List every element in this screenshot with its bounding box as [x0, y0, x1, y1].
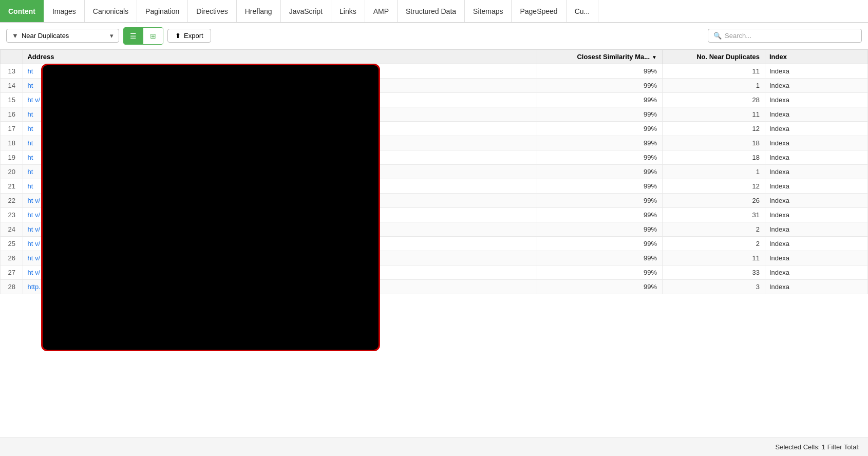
- cell-duplicates: 12: [662, 179, 765, 194]
- filter-dropdown[interactable]: ▼ Near Duplicates ▾: [6, 29, 119, 43]
- cell-rownum: 14: [1, 79, 23, 93]
- cell-index: Indexa: [765, 208, 867, 222]
- cell-index: Indexa: [765, 194, 867, 208]
- cell-similarity: 99%: [537, 237, 662, 251]
- cell-index: Indexa: [765, 150, 867, 165]
- cell-index: Indexa: [765, 136, 867, 150]
- col-header-rownum: [1, 50, 23, 64]
- cell-duplicates: 11: [662, 64, 765, 79]
- tree-view-button[interactable]: ⊞: [143, 28, 163, 44]
- cell-rownum: 19: [1, 150, 23, 165]
- cell-similarity: 99%: [537, 136, 662, 150]
- cell-rownum: 28: [1, 280, 23, 294]
- cell-index: Indexa: [765, 280, 867, 294]
- black-overlay: [41, 64, 380, 351]
- cell-similarity: 99%: [537, 150, 662, 165]
- nav-item-hreflang[interactable]: Hreflang: [237, 0, 281, 22]
- cell-duplicates: 12: [662, 122, 765, 136]
- cell-rownum: 23: [1, 208, 23, 222]
- nav-item-images[interactable]: Images: [44, 0, 85, 22]
- status-bar: Selected Cells: 1 Filter Total:: [0, 438, 868, 456]
- cell-rownum: 27: [1, 265, 23, 280]
- cell-duplicates: 2: [662, 237, 765, 251]
- search-box[interactable]: 🔍 Search...: [708, 29, 862, 43]
- cell-similarity: 99%: [537, 280, 662, 294]
- table-container: Address Closest Similarity Ma...▼ No. Ne…: [0, 49, 868, 438]
- col-header-similarity[interactable]: Closest Similarity Ma...▼: [537, 50, 662, 64]
- cell-duplicates: 26: [662, 194, 765, 208]
- cell-index: Indexa: [765, 79, 867, 93]
- search-icon: 🔍: [713, 32, 722, 40]
- cell-rownum: 26: [1, 251, 23, 265]
- cell-similarity: 99%: [537, 93, 662, 107]
- cell-duplicates: 33: [662, 265, 765, 280]
- cell-duplicates: 28: [662, 93, 765, 107]
- nav-item-canonicals[interactable]: Canonicals: [85, 0, 137, 22]
- chevron-down-icon: ▾: [110, 32, 114, 40]
- cell-duplicates: 1: [662, 79, 765, 93]
- cell-index: Indexa: [765, 222, 867, 237]
- cell-similarity: 99%: [537, 265, 662, 280]
- cell-similarity: 99%: [537, 208, 662, 222]
- cell-index: Indexa: [765, 93, 867, 107]
- nav-item-javascript[interactable]: JavaScript: [281, 0, 331, 22]
- cell-rownum: 22: [1, 194, 23, 208]
- nav-item-sitemaps[interactable]: Sitemaps: [465, 0, 512, 22]
- nav-item-pagination[interactable]: Pagination: [137, 0, 188, 22]
- cell-rownum: 21: [1, 179, 23, 194]
- cell-similarity: 99%: [537, 122, 662, 136]
- cell-duplicates: 3: [662, 280, 765, 294]
- cell-index: Indexa: [765, 265, 867, 280]
- filter-label: Near Duplicates: [22, 32, 107, 40]
- cell-similarity: 99%: [537, 64, 662, 79]
- cell-index: Indexa: [765, 64, 867, 79]
- cell-similarity: 99%: [537, 79, 662, 93]
- cell-index: Indexa: [765, 179, 867, 194]
- cell-similarity: 99%: [537, 107, 662, 122]
- nav-item-directives[interactable]: Directives: [188, 0, 236, 22]
- cell-similarity: 99%: [537, 194, 662, 208]
- cell-rownum: 16: [1, 107, 23, 122]
- status-text: Selected Cells: 1 Filter Total:: [776, 443, 860, 451]
- cell-similarity: 99%: [537, 222, 662, 237]
- filter-icon: ▼: [12, 32, 18, 40]
- sort-arrow-icon: ▼: [652, 54, 657, 60]
- cell-rownum: 18: [1, 136, 23, 150]
- nav-item-custom[interactable]: Cu...: [567, 0, 599, 22]
- toolbar: ▼ Near Duplicates ▾ ☰ ⊞ ⬆ Export 🔍 Searc…: [0, 23, 868, 49]
- nav-item-content[interactable]: Content: [0, 0, 44, 22]
- export-button[interactable]: ⬆ Export: [167, 29, 211, 43]
- cell-duplicates: 1: [662, 165, 765, 179]
- cell-similarity: 99%: [537, 165, 662, 179]
- nav-item-pagespeed[interactable]: PageSpeed: [512, 0, 566, 22]
- cell-rownum: 24: [1, 222, 23, 237]
- cell-similarity: 99%: [537, 251, 662, 265]
- cell-rownum: 15: [1, 93, 23, 107]
- cell-rownum: 20: [1, 165, 23, 179]
- col-header-index[interactable]: Index: [765, 50, 867, 64]
- list-view-button[interactable]: ☰: [124, 28, 143, 44]
- cell-duplicates: 18: [662, 150, 765, 165]
- cell-duplicates: 11: [662, 251, 765, 265]
- nav-item-structured-data[interactable]: Structured Data: [398, 0, 465, 22]
- cell-index: Indexa: [765, 165, 867, 179]
- cell-index: Indexa: [765, 251, 867, 265]
- cell-duplicates: 31: [662, 208, 765, 222]
- cell-rownum: 25: [1, 237, 23, 251]
- export-icon: ⬆: [175, 32, 181, 40]
- col-header-duplicates[interactable]: No. Near Duplicates: [662, 50, 765, 64]
- nav-item-links[interactable]: Links: [331, 0, 365, 22]
- nav-bar: Content Images Canonicals Pagination Dir…: [0, 0, 868, 23]
- cell-rownum: 13: [1, 64, 23, 79]
- cell-duplicates: 18: [662, 136, 765, 150]
- cell-index: Indexa: [765, 237, 867, 251]
- cell-index: Indexa: [765, 107, 867, 122]
- cell-rownum: 17: [1, 122, 23, 136]
- cell-duplicates: 2: [662, 222, 765, 237]
- col-header-address[interactable]: Address: [23, 50, 537, 64]
- cell-duplicates: 11: [662, 107, 765, 122]
- view-toggle: ☰ ⊞: [123, 27, 163, 45]
- cell-similarity: 99%: [537, 179, 662, 194]
- nav-item-amp[interactable]: AMP: [365, 0, 398, 22]
- cell-index: Indexa: [765, 122, 867, 136]
